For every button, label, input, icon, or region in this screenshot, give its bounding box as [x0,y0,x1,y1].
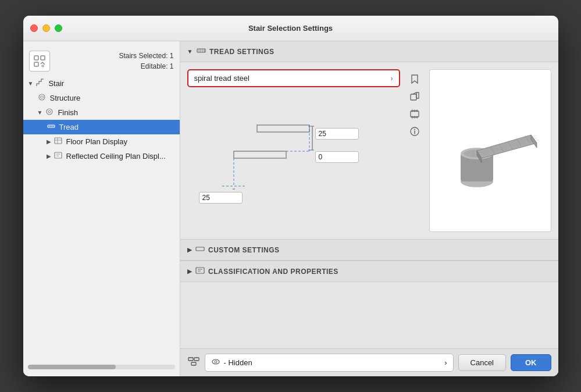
svg-rect-52 [191,362,196,365]
tread-settings-body: spiral tread steel › [180,62,558,239]
svg-rect-50 [188,358,193,361]
sidebar-header-icon [29,51,50,72]
svg-point-3 [42,65,44,67]
custom-settings-icon [195,244,205,255]
svg-rect-2 [34,62,38,66]
custom-settings-header[interactable]: ▶ CUSTOM SETTINGS [180,240,558,261]
ceiling-plan-icon [54,151,63,162]
svg-point-5 [47,109,52,115]
sidebar-scrollbar[interactable] [28,365,175,369]
classification-icon [195,266,205,277]
sidebar-selection-info: Stairs Selected: 1 Editable: 1 [119,51,173,72]
minimize-button[interactable] [42,24,50,32]
main-content: Stairs Selected: 1 Editable: 1 ▼ Stair [23,41,558,376]
sidebar-item-tread[interactable]: Tread [23,120,180,134]
cancel-button[interactable]: Cancel [458,354,506,371]
tread-settings-label: TREAD SETTINGS [209,48,275,56]
sidebar-scrollbar-thumb [28,365,116,369]
sidebar: Stairs Selected: 1 Editable: 1 ▼ Stair [23,41,180,376]
svg-rect-49 [196,268,204,273]
stairs-selected-label: Stairs Selected: 1 [119,51,173,61]
sidebar-item-finish[interactable]: ▼ Finish [23,105,180,120]
custom-settings-section: ▶ CUSTOM SETTINGS [180,239,558,261]
main-window: Stair Selection Settings Stairs Selected… [23,16,558,376]
svg-point-54 [215,361,217,363]
window-controls [30,24,62,32]
svg-point-32 [414,129,415,130]
footer-hidden-dropdown[interactable]: - Hidden › [205,354,454,372]
structure-icon [37,92,47,104]
floor-plan-label: Floor Plan Display [66,137,128,146]
tread-type-value: spiral tread steel [194,74,249,83]
tread-input-3[interactable] [199,192,243,204]
titlebar: Stair Selection Settings [23,16,558,41]
stair-arrow: ▼ [28,80,34,87]
tread-icon-strip [406,69,423,232]
finish-icon [45,107,54,118]
info-icon-btn[interactable] [407,124,422,139]
tread-preview-svg [435,95,546,206]
svg-rect-48 [196,247,204,251]
tread-label: Tread [59,123,79,131]
classification-header[interactable]: ▶ CLASSIFICATION AND PROPERTIES [180,261,558,282]
svg-rect-51 [194,358,199,361]
footer: - Hidden › Cancel OK [180,348,558,376]
classification-label: CLASSIFICATION AND PROPERTIES [208,268,338,276]
footer-dropdown-value: - Hidden [224,358,252,367]
svg-rect-12 [234,151,286,158]
svg-marker-37 [477,135,537,158]
maximize-button[interactable] [55,24,62,32]
svg-rect-23 [411,94,416,100]
sidebar-item-ceiling-plan[interactable]: ▶ Reflected Ceiling Plan Displ... [23,149,180,163]
tread-preview-box [429,69,551,232]
tread-left-panel: spiral tread steel › [187,69,400,232]
ceiling-plan-arrow: ▶ [47,153,51,159]
sidebar-item-floor-plan[interactable]: ▶ Floor Plan Display [23,134,180,149]
stair-label: Stair [48,79,64,88]
window-title: Stair Selection Settings [248,24,333,33]
finish-arrow: ▼ [37,109,43,116]
floor-plan-arrow: ▶ [47,138,51,145]
classification-section: ▶ CLASSIFICATION AND PROPERTIES [180,261,558,282]
sidebar-item-stair[interactable]: ▼ Stair [23,76,180,91]
right-panel: ▼ TREAD SETTINGS spiral tread steel › [180,41,558,376]
floor-plan-icon [54,136,63,147]
right-panel-spacer [180,282,558,348]
sidebar-item-structure[interactable]: Structure [23,91,180,105]
tread-input-1[interactable] [315,128,359,140]
close-button[interactable] [30,24,38,32]
ok-button[interactable]: OK [511,354,551,371]
bookmark-icon-btn[interactable] [407,72,422,87]
svg-rect-1 [41,56,45,60]
svg-rect-9 [55,152,62,158]
film-strip-icon-btn[interactable] [407,106,422,122]
structure-label: Structure [50,94,81,102]
tread-diagram [187,93,362,209]
tread-type-dropdown[interactable]: spiral tread steel › [187,69,400,87]
tread-settings-icon [197,46,206,57]
editable-label: Editable: 1 [119,61,173,72]
svg-rect-0 [34,56,38,60]
svg-point-53 [212,359,219,364]
3d-view-icon-btn[interactable] [407,89,422,104]
footer-layers-icon [187,355,200,370]
dropdown-chevron-icon: › [391,74,393,83]
tree-area: ▼ Stair Stru [23,74,180,362]
tread-settings-header[interactable]: ▼ TREAD SETTINGS [180,41,558,62]
tread-input-2[interactable] [315,151,359,163]
tread-settings-arrow: ▼ [187,48,193,55]
custom-settings-arrow: ▶ [187,247,193,253]
ceiling-plan-label: Reflected Ceiling Plan Displ... [66,152,166,161]
svg-point-6 [48,111,51,113]
footer-chevron-icon: › [444,358,447,367]
custom-settings-label: CUSTOM SETTINGS [208,246,280,254]
stair-icon [35,78,45,89]
finish-label: Finish [58,108,78,117]
svg-rect-8 [55,138,62,144]
classification-arrow: ▶ [187,268,193,275]
tread-icon [47,122,56,133]
svg-rect-11 [257,125,309,132]
eye-icon [211,357,220,368]
